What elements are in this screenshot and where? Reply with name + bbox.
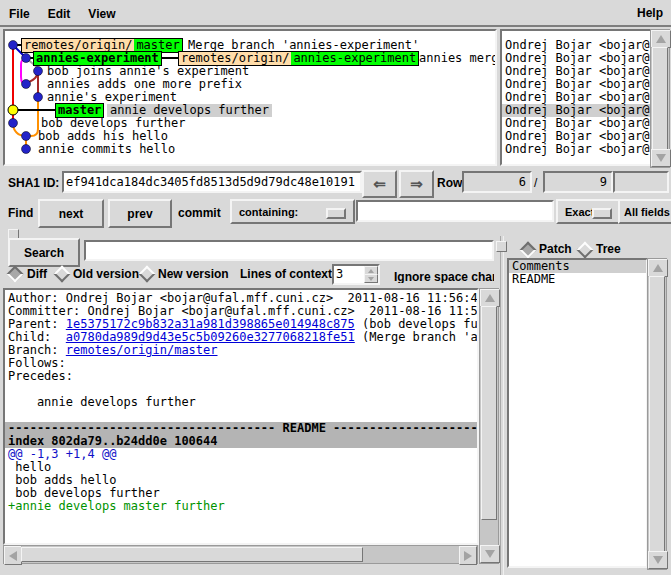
dropdown-indicator-icon: [592, 208, 612, 219]
row-extra-field: [613, 171, 669, 193]
sha1-input[interactable]: [62, 171, 362, 193]
back-arrow-button[interactable]: ⇐: [362, 170, 397, 198]
search-input[interactable]: [84, 240, 494, 261]
menu-help[interactable]: Help: [637, 6, 663, 20]
gitk-window: FileEditView Help: [0, 0, 671, 575]
spin-down-icon[interactable]: [364, 274, 378, 283]
commit-message: annie commits hello: [38, 143, 175, 156]
row-label: Row: [437, 176, 462, 190]
scrollbar-thumb[interactable]: [21, 547, 363, 562]
scroll-up-icon[interactable]: [651, 30, 671, 48]
diff-line-add: +annie develops master further: [5, 500, 477, 513]
file-list[interactable]: CommentsREADME: [507, 258, 648, 568]
scrollbar-thumb[interactable]: [481, 306, 497, 520]
row-current-field: 6: [462, 171, 532, 193]
patch-radio-label[interactable]: Patch: [539, 242, 572, 256]
diff-pane[interactable]: Author: Ondrej Bojar <bojar@ufal.mff.cun…: [3, 288, 479, 545]
diff-line-hunk: @@ -1,3 +1,4 @@: [5, 448, 477, 461]
diff-h-scrollbar[interactable]: [3, 545, 478, 564]
diff-field-label: Child:: [8, 330, 66, 344]
commit-label: commit: [178, 206, 221, 220]
row-total-field: 9: [543, 171, 613, 193]
scroll-down-icon[interactable]: [651, 149, 671, 167]
find-next-button[interactable]: next: [38, 199, 104, 228]
diff-radio[interactable]: [7, 266, 24, 283]
diff-field-label: Parent:: [8, 317, 66, 331]
commit-link[interactable]: 1e5375172c9b832a31a981d398865e014948c875: [66, 317, 355, 331]
scroll-right-icon[interactable]: [459, 546, 477, 565]
scroll-down-icon[interactable]: [480, 545, 500, 563]
commit-message: annies merg: [419, 52, 497, 65]
search-button[interactable]: Search: [8, 238, 80, 267]
commit-row[interactable]: annie commits hello: [5, 143, 491, 156]
file-list-scrollbar[interactable]: [647, 258, 667, 570]
diff-line-plain: Precedes:: [5, 370, 477, 383]
tree-radio-label[interactable]: Tree: [596, 242, 621, 256]
authors-pane[interactable]: Ondrej Bojar <bojar@Ondrej Bojar <bojar@…: [500, 29, 652, 166]
lines-of-context-label: Lines of context:: [240, 267, 336, 281]
menu-edit[interactable]: Edit: [39, 7, 80, 21]
diff-scrollbar[interactable]: [479, 288, 499, 564]
author-cell[interactable]: Ondrej Bojar <bojar@: [502, 143, 652, 156]
patch-radio[interactable]: [520, 242, 537, 259]
scroll-down-icon[interactable]: [648, 551, 668, 569]
containing-dropdown[interactable]: containing:: [230, 199, 355, 224]
diff-line-linkline: Branch: remotes/origin/master: [5, 344, 477, 357]
dropdown-indicator-icon: [326, 208, 346, 219]
diff-field-rest: (bob develops further): [355, 317, 479, 331]
file-item[interactable]: README: [509, 273, 646, 286]
new-version-label[interactable]: New version: [158, 267, 229, 281]
commit-link[interactable]: remotes/origin/master: [66, 343, 218, 357]
forward-arrow-button[interactable]: ⇒: [399, 170, 434, 198]
new-version-radio[interactable]: [139, 266, 156, 283]
diff-line-plain: annie develops further: [5, 396, 477, 409]
vertical-sash[interactable]: [500, 236, 504, 575]
old-version-radio[interactable]: [54, 266, 71, 283]
scroll-up-icon[interactable]: [648, 259, 668, 277]
menu-bar: FileEditView Help: [0, 0, 671, 27]
row-separator: /: [534, 176, 537, 190]
find-label: Find: [8, 206, 33, 220]
menu-view[interactable]: View: [79, 7, 124, 21]
vertical-sash-handle[interactable]: [496, 241, 507, 252]
commit-list-scrollbar[interactable]: [650, 29, 670, 168]
sha1-label: SHA1 ID:: [8, 176, 59, 190]
diff-field-rest: (Merge branch 'annies-experiment'): [355, 330, 479, 344]
find-prev-button[interactable]: prev: [108, 199, 172, 228]
tree-radio[interactable]: [577, 242, 594, 259]
find-query-input[interactable]: [356, 200, 554, 222]
scroll-left-icon[interactable]: [4, 546, 22, 565]
ignore-space-checkbox-label[interactable]: Ignore space chang: [394, 270, 494, 283]
old-version-label[interactable]: Old version: [73, 267, 139, 281]
diff-field-label: Branch:: [8, 343, 66, 357]
scroll-up-icon[interactable]: [480, 289, 500, 307]
exact-dropdown[interactable]: Exact: [556, 199, 621, 224]
lines-of-context-spinbox[interactable]: 3: [332, 264, 380, 285]
all-fields-dropdown[interactable]: All fields: [618, 199, 671, 224]
ref-name: annies-experiment: [291, 52, 418, 65]
menu-file[interactable]: File: [0, 7, 39, 21]
commit-link[interactable]: a0780da989d9d43e5c5b09260e3277068218fe51: [66, 330, 355, 344]
scrollbar-thumb[interactable]: [649, 276, 665, 552]
scrollbar-thumb[interactable]: [652, 47, 668, 150]
diff-radio-label[interactable]: Diff: [27, 267, 47, 281]
commit-graph-pane[interactable]: remotes/origin/masterMerge branch 'annie…: [3, 29, 497, 166]
